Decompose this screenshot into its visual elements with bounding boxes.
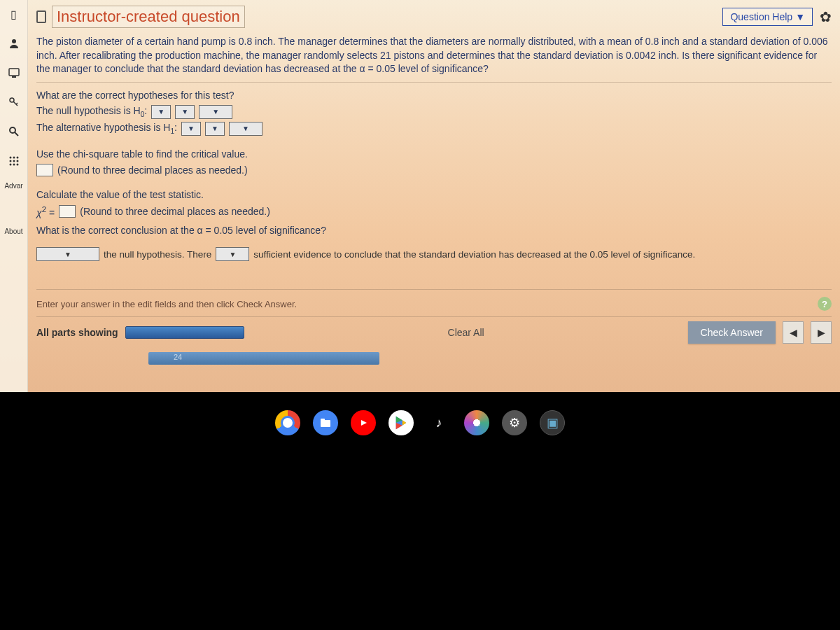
monitor-icon[interactable] bbox=[6, 64, 22, 81]
svg-line-5 bbox=[16, 103, 18, 104]
svg-marker-23 bbox=[402, 420, 407, 425]
gear-icon[interactable]: ✿ bbox=[820, 8, 832, 25]
next-button[interactable]: ▶ bbox=[811, 321, 832, 344]
alt-hyp-dropdown-3[interactable]: ▼ bbox=[229, 122, 262, 136]
q4-prompt: What is the correct conclusion at the α … bbox=[36, 225, 832, 236]
svg-point-8 bbox=[9, 157, 11, 159]
svg-point-0 bbox=[12, 39, 16, 43]
svg-point-9 bbox=[13, 157, 15, 159]
chevron-down-icon: ▼ bbox=[795, 11, 805, 22]
youtube-icon[interactable] bbox=[351, 410, 376, 435]
conclusion-dropdown-2[interactable]: ▼ bbox=[216, 247, 249, 261]
svg-point-13 bbox=[16, 160, 18, 162]
q2-prompt: Use the chi-square table to find the cri… bbox=[36, 148, 832, 160]
sidebar-label-advanced[interactable]: Advar bbox=[4, 182, 22, 190]
svg-point-16 bbox=[16, 164, 18, 166]
svg-rect-2 bbox=[12, 76, 16, 78]
conclusion-dropdown-1[interactable]: ▼ bbox=[36, 247, 99, 261]
q2-hint: (Round to three decimal places as needed… bbox=[57, 164, 248, 176]
svg-point-15 bbox=[13, 164, 15, 166]
os-taskbar: ♪ ⚙ ▣ bbox=[0, 406, 840, 440]
music-icon[interactable]: ♪ bbox=[426, 410, 451, 435]
left-sidebar: ▯ Advar About bbox=[0, 0, 28, 392]
svg-point-11 bbox=[9, 160, 11, 162]
svg-point-10 bbox=[16, 157, 18, 159]
chrome-icon[interactable] bbox=[275, 410, 300, 435]
play-store-icon[interactable] bbox=[388, 410, 414, 435]
q1-prompt: What are the correct hypotheses for this… bbox=[36, 90, 832, 101]
check-answer-button[interactable]: Check Answer bbox=[688, 321, 776, 344]
gallery-icon[interactable]: ▣ bbox=[540, 410, 565, 435]
null-hyp-dropdown-3[interactable]: ▼ bbox=[199, 105, 232, 119]
grid-icon[interactable] bbox=[6, 153, 22, 169]
svg-rect-1 bbox=[9, 69, 19, 76]
instruction-text: Enter your answer in the edit fields and… bbox=[36, 299, 297, 309]
files-icon[interactable] bbox=[313, 410, 338, 435]
problem-statement: The piston diameter of a certain hand pu… bbox=[36, 32, 832, 83]
critical-value-input[interactable] bbox=[36, 164, 53, 176]
alt-hyp-dropdown-2[interactable]: ▼ bbox=[205, 122, 225, 136]
settings-icon[interactable]: ⚙ bbox=[502, 410, 527, 435]
test-statistic-input[interactable] bbox=[59, 205, 76, 218]
svg-rect-18 bbox=[321, 419, 325, 421]
search-icon[interactable] bbox=[6, 123, 22, 140]
page-icon bbox=[36, 10, 46, 23]
conclusion-text-1: the null hypothesis. There bbox=[104, 249, 211, 260]
svg-rect-17 bbox=[321, 420, 330, 427]
null-hyp-dropdown-1[interactable]: ▼ bbox=[151, 105, 171, 119]
question-help-button[interactable]: Question Help ▼ bbox=[722, 8, 813, 26]
prev-button[interactable]: ◀ bbox=[783, 321, 804, 344]
horizontal-scrollbar[interactable] bbox=[148, 352, 379, 365]
null-hyp-dropdown-2[interactable]: ▼ bbox=[175, 105, 195, 119]
conclusion-line: ▼ the null hypothesis. There ▼ sufficien… bbox=[36, 247, 832, 261]
photos-icon[interactable] bbox=[464, 410, 489, 435]
page-title: Instructor-created question bbox=[52, 6, 245, 28]
person-icon[interactable] bbox=[6, 35, 22, 52]
progress-bar bbox=[125, 326, 244, 339]
header-bar: Instructor-created question Question Hel… bbox=[36, 4, 832, 32]
svg-line-7 bbox=[15, 132, 18, 136]
clear-all-button[interactable]: Clear All bbox=[442, 324, 490, 341]
question-help-label: Question Help bbox=[730, 11, 792, 22]
book-icon[interactable]: ▯ bbox=[6, 6, 22, 22]
svg-point-14 bbox=[9, 164, 11, 166]
sidebar-label-about[interactable]: About bbox=[4, 227, 22, 235]
svg-point-6 bbox=[10, 127, 15, 133]
chi-square-label: χ2 = bbox=[36, 204, 55, 218]
alt-hyp-dropdown-1[interactable]: ▼ bbox=[181, 122, 201, 136]
main-content: Instructor-created question Question Hel… bbox=[28, 0, 840, 392]
conclusion-text-2: sufficient evidence to conclude that the… bbox=[253, 249, 695, 260]
help-badge[interactable]: ? bbox=[818, 297, 832, 311]
svg-marker-19 bbox=[361, 420, 367, 426]
q3-prompt: Calculate the value of the test statisti… bbox=[36, 189, 832, 200]
bottom-bar: All parts showing Clear All Check Answer… bbox=[36, 316, 832, 348]
q3-hint: (Round to three decimal places as needed… bbox=[80, 206, 270, 217]
parts-showing-label: All parts showing bbox=[36, 327, 118, 338]
key-icon[interactable] bbox=[6, 94, 22, 111]
null-hyp-label: The null hypothesis is H0: bbox=[36, 105, 147, 118]
alt-hyp-label: The alternative hypothesis is H1: bbox=[36, 122, 177, 135]
svg-point-12 bbox=[13, 160, 15, 162]
